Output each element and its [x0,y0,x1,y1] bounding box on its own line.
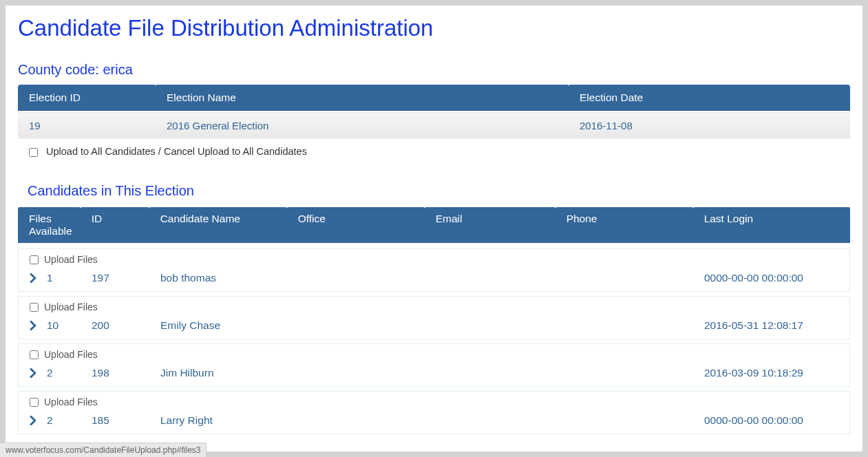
candidate-name-cell: bob thomas [160,272,298,284]
election-date-cell: 2016-11-08 [569,112,850,139]
candidates-header-table: Files Available ID Candidate Name Office… [18,206,850,244]
candidate-upload-row: Upload Files [19,344,849,363]
candidate-upload-row: Upload Files [19,297,849,315]
upload-all-row: Upload to All Candidates / Cancel Upload… [18,139,850,165]
upload-all-label: Upload to All Candidates / Cancel Upload… [46,146,307,157]
cand-header-files: Files Available [18,207,81,243]
upload-files-checkbox[interactable] [30,398,39,407]
candidate-row[interactable]: 10200Emily Chase2016-05-31 12:08:17 [19,315,849,339]
upload-all-checkbox[interactable] [29,148,38,157]
candidate-files-count: 10 [47,319,59,332]
candidate-files-cell: 2 [30,367,92,379]
election-name-cell: 2016 General Election [156,112,569,139]
candidate-block: Upload Files2185Larry Right0000-00-00 00… [18,391,850,434]
candidate-login-cell: 0000-00-00 00:00:00 [704,414,838,427]
chevron-right-icon[interactable] [30,321,37,330]
candidate-name-cell: Larry Right [160,414,298,427]
candidate-upload-row: Upload Files [19,249,849,268]
candidates-list: Upload Files1197bob thomas0000-00-00 00:… [18,248,850,434]
status-bar-url: www.voterfocus.com/CandidateFileUpload.p… [0,443,207,457]
candidate-login-cell: 2016-05-31 12:08:17 [704,319,838,332]
cand-header-login: Last Login [693,207,850,243]
upload-files-checkbox[interactable] [30,255,39,264]
upload-files-checkbox[interactable] [30,303,39,312]
candidate-files-cell: 2 [30,414,92,427]
candidate-files-count: 2 [47,367,53,379]
cand-header-name: Candidate Name [149,207,287,243]
upload-files-label: Upload Files [44,396,98,407]
cand-header-office: Office [287,207,425,243]
candidate-id-cell: 200 [92,319,160,332]
page-container: Candidate File Distribution Administrati… [6,6,862,451]
election-header-date: Election Date [569,85,850,111]
candidate-files-count: 1 [47,272,53,284]
cand-header-phone: Phone [555,207,693,243]
candidate-id-cell: 198 [92,367,160,379]
election-row[interactable]: 19 2016 General Election 2016-11-08 [18,112,850,139]
chevron-right-icon[interactable] [30,273,37,283]
county-code-heading: County code: erica [18,62,850,78]
chevron-right-icon[interactable] [30,416,37,425]
chevron-right-icon[interactable] [30,368,37,378]
candidate-row[interactable]: 2198Jim Hilburn2016-03-09 10:18:29 [19,363,849,386]
candidate-block: Upload Files1197bob thomas0000-00-00 00:… [18,248,850,292]
upload-files-label: Upload Files [44,301,98,312]
upload-files-label: Upload Files [44,254,98,265]
candidate-block: Upload Files2198Jim Hilburn2016-03-09 10… [18,343,850,387]
upload-files-label: Upload Files [44,349,98,360]
page-title: Candidate File Distribution Administrati… [18,15,850,41]
candidate-files-count: 2 [47,414,53,427]
candidate-row[interactable]: 2185Larry Right0000-00-00 00:00:00 [19,410,849,434]
candidate-upload-row: Upload Files [19,392,849,410]
candidate-id-cell: 197 [92,272,160,284]
candidate-login-cell: 0000-00-00 00:00:00 [704,272,838,284]
election-header-name: Election Name [156,85,569,111]
cand-header-id: ID [81,207,149,243]
candidate-files-cell: 10 [30,319,92,332]
cand-header-email: Email [425,207,555,243]
candidates-section-title: Candidates in This Election [28,183,850,199]
candidate-name-cell: Emily Chase [160,319,298,332]
candidate-row[interactable]: 1197bob thomas0000-00-00 00:00:00 [19,268,849,291]
election-table: Election ID Election Name Election Date [18,83,850,112]
candidate-name-cell: Jim Hilburn [160,367,298,379]
candidate-block: Upload Files10200Emily Chase2016-05-31 1… [18,296,850,339]
election-header-id: Election ID [18,85,156,111]
upload-files-checkbox[interactable] [30,350,39,359]
election-id-cell: 19 [18,112,156,139]
candidate-files-cell: 1 [30,272,92,284]
candidate-login-cell: 2016-03-09 10:18:29 [704,367,838,379]
candidate-id-cell: 185 [92,414,160,427]
